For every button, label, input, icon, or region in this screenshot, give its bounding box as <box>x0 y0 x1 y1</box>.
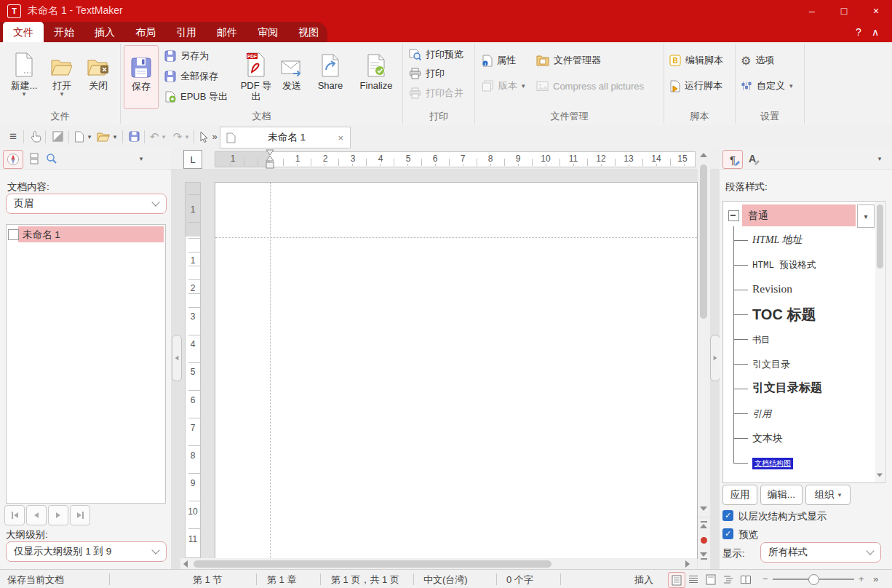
close-doc-button[interactable]: 关闭 <box>81 45 115 108</box>
document-tab[interactable]: 未命名 1 × <box>220 127 351 148</box>
status-insert-mode[interactable]: 插入 <box>634 573 653 587</box>
preview-checkbox[interactable]: ✓ <box>722 528 733 539</box>
style-item-toa[interactable]: 引文目录 <box>752 358 790 371</box>
style-item-quote[interactable]: 引用 <box>752 408 771 421</box>
style-item-normal[interactable]: 普通 <box>742 204 856 226</box>
vertical-scrollbar-thumb[interactable] <box>700 164 707 319</box>
status-language[interactable]: 中文(台湾) <box>423 573 468 587</box>
indent-marker[interactable] <box>265 149 275 170</box>
save-all-button[interactable]: 全部保存 <box>164 67 218 86</box>
next-item-button[interactable] <box>48 505 68 525</box>
style-item-text-block[interactable]: 文本块 <box>752 432 783 445</box>
view-fullpage-button[interactable] <box>703 572 719 587</box>
touch-mode-button[interactable] <box>28 125 44 148</box>
style-item-toc-heading[interactable]: TOC 标题 <box>752 305 816 325</box>
tree-collapse-box[interactable] <box>728 210 739 221</box>
style-item-revision[interactable]: Revision <box>752 282 792 295</box>
search-button[interactable] <box>42 150 61 167</box>
minimize-button[interactable]: – <box>796 0 828 22</box>
right-panel-collapse-handle[interactable] <box>710 335 720 381</box>
tab-insert[interactable]: 插入 <box>84 22 125 42</box>
tab-review[interactable]: 审阅 <box>247 22 288 42</box>
tab-mailings[interactable]: 邮件 <box>207 22 247 42</box>
tab-layout[interactable]: 布局 <box>125 22 166 42</box>
zoom-out-icon[interactable]: − <box>762 573 768 584</box>
toolbar-overflow-icon[interactable]: » <box>210 125 220 148</box>
select-pointer-button[interactable] <box>197 125 210 148</box>
new-button[interactable]: 新建... ▾ <box>6 45 42 108</box>
pdf-export-button[interactable]: PDF PDF 导出 <box>240 45 272 108</box>
options-button[interactable]: ⚙ 选项 <box>741 51 774 70</box>
scroll-right-icon[interactable] <box>685 560 690 568</box>
view-outline-button[interactable] <box>720 572 736 587</box>
close-button[interactable]: × <box>860 0 892 22</box>
new-document-quick-button[interactable] <box>73 125 86 148</box>
send-button[interactable]: 发送 <box>276 45 307 108</box>
item-checkbox[interactable] <box>8 229 19 240</box>
dropdown-arrow-icon[interactable]: ▾ <box>111 125 119 148</box>
panel-menu-dropdown-icon[interactable]: ▾ <box>137 148 146 168</box>
show-styles-select[interactable]: 所有样式 <box>760 542 881 563</box>
scroll-up-icon[interactable] <box>700 153 707 157</box>
thumbnails-button[interactable] <box>25 150 44 167</box>
view-book-button[interactable] <box>738 572 754 587</box>
object-mode-button[interactable] <box>49 125 65 148</box>
style-item-html-address[interactable]: HTML 地址 <box>752 234 803 247</box>
paragraph-styles-button[interactable]: ¶ <box>722 150 743 169</box>
status-chapter[interactable]: 第 1 章 <box>267 573 296 587</box>
scroll-down-icon[interactable] <box>700 506 707 511</box>
style-dropdown-button[interactable]: ▾ <box>857 204 875 228</box>
run-script-button[interactable]: 运行脚本 <box>669 76 722 95</box>
styles-scrollbar-thumb[interactable] <box>877 204 883 269</box>
dropdown-arrow-icon[interactable]: ▾ <box>86 125 93 148</box>
view-continuous-button[interactable] <box>685 572 701 587</box>
scroll-left-icon[interactable] <box>183 560 188 568</box>
last-item-button[interactable] <box>70 505 90 525</box>
previous-item-button[interactable] <box>26 505 47 525</box>
style-item-bibliography[interactable]: 书目 <box>752 334 770 346</box>
navigation-compass-button[interactable] <box>3 150 23 169</box>
browse-object-button[interactable] <box>698 533 710 549</box>
maximize-button[interactable]: □ <box>828 0 860 22</box>
properties-button[interactable]: i 属性 <box>482 51 516 70</box>
open-button[interactable]: 打开 ▾ <box>45 45 79 108</box>
print-button[interactable]: 打印 <box>409 64 445 83</box>
tab-close-icon[interactable]: × <box>338 132 343 143</box>
finalize-button[interactable]: Finalize <box>354 45 399 108</box>
list-item-selected[interactable]: 未命名 1 <box>18 226 164 242</box>
hamburger-menu-icon[interactable]: ≡ <box>6 125 20 148</box>
organize-styles-button[interactable]: 组织▾ <box>805 485 851 505</box>
left-panel-collapse-handle[interactable] <box>172 335 182 381</box>
status-word-count[interactable]: 0 个字 <box>506 573 533 587</box>
hierarchy-checkbox[interactable]: ✓ <box>722 510 733 521</box>
tab-file[interactable]: 文件 <box>3 22 44 42</box>
outline-level-select[interactable]: 仅显示大纲级别 1 到 9 <box>6 541 167 562</box>
save-quick-button[interactable] <box>127 125 141 148</box>
apply-style-button[interactable]: 应用 <box>722 485 757 505</box>
print-preview-button[interactable]: 打印预览 <box>409 45 463 64</box>
horizontal-scrollbar-thumb[interactable] <box>194 560 551 568</box>
share-button[interactable]: Share <box>311 45 349 108</box>
epub-export-button[interactable]: EPUB 导出 <box>164 87 228 106</box>
style-item-document-map[interactable]: 文档结构图 <box>752 458 793 469</box>
collapse-ribbon-icon[interactable]: ∧ <box>872 22 879 42</box>
zoom-in-icon[interactable]: + <box>859 573 864 584</box>
status-page-info[interactable]: 第 1 页，共 1 页 <box>331 573 399 587</box>
save-button[interactable]: 保存 <box>124 45 159 109</box>
tab-home[interactable]: 开始 <box>44 22 84 42</box>
statusbar-overflow-icon[interactable]: » <box>873 573 878 584</box>
edit-style-button[interactable]: 编辑... <box>760 485 803 505</box>
dropdown-arrow-icon[interactable]: ▾ <box>183 125 191 148</box>
customize-button[interactable]: 自定义 ▾ <box>741 76 793 95</box>
content-type-select[interactable]: 页眉 <box>6 194 167 214</box>
document-page[interactable] <box>215 182 698 559</box>
open-quick-button[interactable] <box>96 125 111 148</box>
save-as-button[interactable]: 另存为 <box>164 47 209 65</box>
tab-view[interactable]: 视图 <box>288 22 329 42</box>
tab-stop-selector[interactable]: L <box>183 150 202 169</box>
style-item-html-preformatted[interactable]: HTML 预设格式 <box>752 259 816 271</box>
status-section[interactable]: 第 1 节 <box>193 573 222 587</box>
next-page-button[interactable] <box>698 549 710 565</box>
edit-script-button[interactable]: B 编辑脚本 <box>669 51 723 70</box>
undo-icon[interactable]: ↶ <box>148 125 160 148</box>
